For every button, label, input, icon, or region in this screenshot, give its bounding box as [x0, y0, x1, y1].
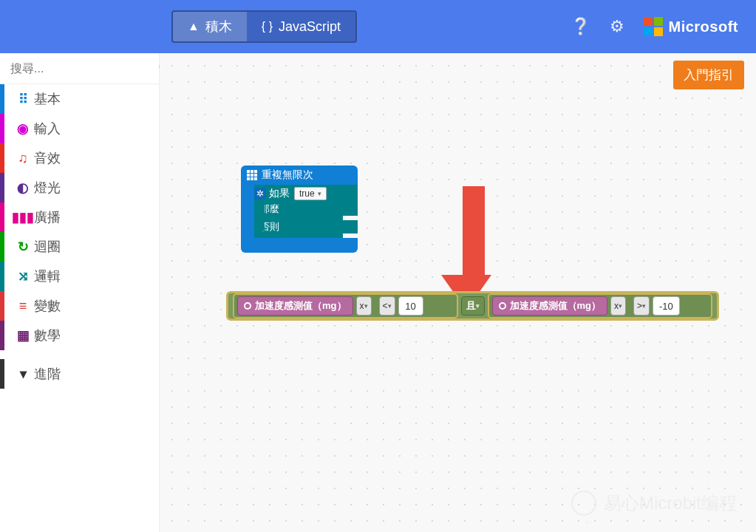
then-label: 那麼	[241, 202, 358, 216]
sidebar-item-music[interactable]: ♫音效	[0, 143, 159, 173]
signal-icon: ▮▮▮	[12, 209, 34, 225]
operator-dropdown[interactable]: > ▾	[633, 296, 650, 316]
number-input[interactable]: 10	[398, 296, 423, 316]
block-forever[interactable]: 重複無限次 ✲ 如果 true▾ 那麼 否則	[241, 166, 358, 253]
axis-dropdown[interactable]: x ▾	[356, 296, 372, 316]
accel-block[interactable]: 加速度感測值（mg）	[237, 296, 353, 316]
grid-icon	[247, 170, 257, 180]
editor-tabs: ▲ 積木 { } JavaScript	[171, 10, 357, 43]
condition-slot[interactable]: true▾	[294, 187, 327, 200]
headphones-icon: ♫	[12, 151, 34, 166]
watermark: 易心Microbit编程	[571, 491, 737, 516]
and-dropdown[interactable]: 且 ▾	[461, 296, 485, 316]
sidebar-item-variables[interactable]: ≡變數	[0, 291, 159, 321]
top-bar: ▲ 積木 { } JavaScript ❔ ⚙ Microsoft	[0, 0, 756, 53]
microsoft-logo-icon	[644, 17, 663, 36]
accel-block[interactable]: 加速度感測值（mg）	[492, 296, 608, 316]
gear-icon[interactable]: ⚙	[610, 17, 624, 36]
wechat-icon	[571, 491, 596, 516]
calculator-icon: ▦	[12, 327, 34, 344]
tab-js-label: JavaScript	[279, 19, 341, 35]
sidebar-item-logic[interactable]: ⤭邏輯	[0, 262, 159, 291]
sidebar-item-input[interactable]: ◉輸入	[0, 114, 159, 143]
tab-blocks-label: 積木	[205, 18, 232, 35]
blocks-icon: ▲	[188, 20, 200, 33]
workspace-canvas[interactable]: 入門指引 重複無限次 ✲ 如果 true▾ 那麼 否則 加速度感測值（mg） x…	[160, 53, 756, 532]
microsoft-brand[interactable]: Microsoft	[644, 17, 739, 36]
forever-header: 重複無限次	[241, 166, 358, 185]
axis-dropdown[interactable]: x ▾	[610, 296, 626, 316]
gear-icon[interactable]: ✲	[254, 188, 266, 200]
search-row: 🔍	[0, 53, 159, 84]
dropdown-icon: ▾	[318, 190, 321, 197]
refresh-icon: ↻	[12, 239, 34, 255]
number-input[interactable]: -10	[653, 296, 680, 316]
tab-blocks[interactable]: ▲ 積木	[173, 12, 247, 41]
compare-left[interactable]: 加速度感測值（mg） x ▾ < ▾ 10	[233, 293, 458, 318]
search-input[interactable]	[10, 62, 158, 75]
sidebar-item-basic[interactable]: ⠿基本	[0, 84, 159, 114]
help-icon[interactable]: ❔	[571, 17, 590, 36]
shuffle-icon: ⤭	[12, 268, 34, 284]
block-logic-and[interactable]: 加速度感測值（mg） x ▾ < ▾ 10 且 ▾ 加速度感測值（mg） x ▾…	[226, 291, 719, 321]
braces-icon: { }	[262, 20, 273, 33]
top-right: ❔ ⚙ Microsoft	[571, 17, 757, 36]
sidebar-item-led[interactable]: ◐燈光	[0, 173, 159, 202]
compare-right[interactable]: 加速度感測值（mg） x ▾ > ▾ -10	[488, 293, 713, 318]
list-icon: ≡	[12, 299, 34, 314]
tab-javascript[interactable]: { } JavaScript	[247, 12, 355, 41]
operator-dropdown[interactable]: < ▾	[379, 296, 395, 316]
chevron-down-icon: ▾	[12, 366, 34, 382]
getting-started-button[interactable]: 入門指引	[673, 61, 744, 89]
sidebar-item-advanced[interactable]: ▾進階	[0, 359, 159, 389]
microsoft-label: Microsoft	[669, 18, 739, 35]
target-icon: ◉	[12, 120, 34, 137]
if-row[interactable]: ✲ 如果 true▾	[241, 185, 358, 202]
sidebar-item-loops[interactable]: ↻迴圈	[0, 232, 159, 262]
else-label: 否則	[241, 220, 358, 233]
sidebar-item-math[interactable]: ▦數學	[0, 321, 159, 350]
sidebar: 🔍 ⠿基本 ◉輸入 ♫音效 ◐燈光 ▮▮▮廣播 ↻迴圈 ⤭邏輯 ≡變數 ▦數學 …	[0, 53, 160, 532]
sidebar-item-radio[interactable]: ▮▮▮廣播	[0, 202, 159, 232]
toggle-icon: ◐	[12, 180, 34, 196]
grid-icon: ⠿	[12, 91, 34, 107]
